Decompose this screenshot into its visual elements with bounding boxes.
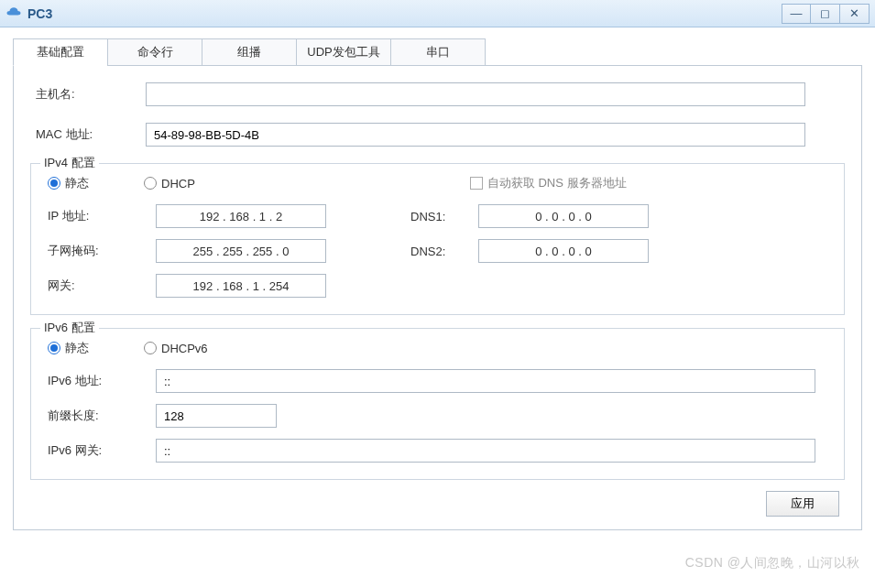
ipv4-dhcp-radio-input[interactable]: [144, 177, 157, 190]
ipv4-fieldset: IPv4 配置 静态 DHCP 自动获取 DNS 服务器地址 IP 地址: 19…: [30, 163, 845, 315]
ipv6-dhcp-label: DHCPv6: [161, 342, 208, 355]
basic-config-panel: 主机名: MAC 地址: IPv4 配置 静态 DHCP 自动获取 DN: [13, 65, 862, 530]
dns2-input[interactable]: 0 . 0 . 0 . 0: [478, 239, 649, 263]
close-button[interactable]: ✕: [840, 4, 870, 24]
tab-basic-config[interactable]: 基础配置: [13, 38, 108, 66]
footer: 应用: [30, 480, 845, 517]
ipv4-legend: IPv4 配置: [40, 155, 99, 171]
ipv6-prefix-input[interactable]: [156, 404, 277, 428]
ipv6-gateway-row: IPv6 网关:: [42, 439, 833, 463]
hostname-input[interactable]: [146, 82, 805, 106]
titlebar: PC3 — ◻ ✕: [0, 0, 875, 27]
ipv4-mode-row: 静态 DHCP 自动获取 DNS 服务器地址: [42, 175, 833, 191]
dns2-label: DNS2:: [410, 245, 478, 258]
app-icon: [5, 5, 22, 22]
hostname-row: 主机名:: [30, 82, 845, 106]
gateway-row: 网关: 192 . 168 . 1 . 254: [42, 274, 833, 298]
tabs: 基础配置 命令行 组播 UDP发包工具 串口: [13, 38, 862, 66]
ipv4-dhcp-radio[interactable]: DHCP: [144, 177, 195, 191]
gateway-input[interactable]: 192 . 168 . 1 . 254: [156, 274, 326, 298]
auto-dns-label: 自动获取 DNS 服务器地址: [487, 175, 627, 191]
gateway-label: 网关:: [48, 278, 156, 294]
subnet-mask-label: 子网掩码:: [48, 243, 156, 259]
apply-button[interactable]: 应用: [766, 491, 839, 517]
subnet-mask-row: 子网掩码: 255 . 255 . 255 . 0 DNS2: 0 . 0 . …: [42, 239, 833, 263]
ipv6-dhcp-radio[interactable]: DHCPv6: [144, 342, 208, 355]
dns1-label: DNS1:: [410, 210, 478, 223]
ipv6-address-row: IPv6 地址:: [42, 369, 833, 393]
ipv4-static-label: 静态: [65, 175, 89, 191]
ipv6-static-radio[interactable]: 静态: [48, 340, 89, 356]
mac-input[interactable]: [146, 123, 805, 147]
ip-address-input[interactable]: 192 . 168 . 1 . 2: [156, 204, 326, 228]
ipv6-dhcp-radio-input[interactable]: [144, 342, 157, 354]
ipv6-static-radio-input[interactable]: [48, 342, 60, 354]
ipv6-gateway-label: IPv6 网关:: [48, 442, 156, 459]
subnet-mask-input[interactable]: 255 . 255 . 255 . 0: [156, 239, 326, 263]
dns1-input[interactable]: 0 . 0 . 0 . 0: [478, 204, 649, 228]
tab-serial[interactable]: 串口: [390, 38, 486, 66]
mac-row: MAC 地址:: [30, 123, 845, 147]
ipv4-static-radio-input[interactable]: [48, 177, 60, 190]
ip-address-row: IP 地址: 192 . 168 . 1 . 2 DNS1: 0 . 0 . 0…: [42, 204, 833, 228]
auto-dns-checkbox[interactable]: 自动获取 DNS 服务器地址: [470, 175, 627, 191]
ipv6-address-input[interactable]: [156, 369, 815, 393]
ipv6-legend: IPv6 配置: [40, 320, 99, 336]
auto-dns-checkbox-input[interactable]: [470, 177, 483, 190]
ipv4-static-radio[interactable]: 静态: [48, 175, 89, 191]
tab-cli[interactable]: 命令行: [107, 38, 202, 66]
ipv6-prefix-row: 前缀长度:: [42, 404, 833, 428]
ipv4-dhcp-label: DHCP: [161, 177, 195, 191]
watermark: CSDN @人间忽晚，山河以秋: [685, 555, 860, 572]
ipv6-mode-row: 静态 DHCPv6: [42, 340, 833, 356]
ipv6-fieldset: IPv6 配置 静态 DHCPv6 IPv6 地址: 前缀长度:: [30, 328, 845, 480]
ipv6-prefix-label: 前缀长度:: [48, 408, 156, 424]
ipv6-gateway-input[interactable]: [156, 439, 815, 463]
tab-multicast[interactable]: 组播: [202, 38, 297, 66]
window-title: PC3: [27, 6, 782, 21]
maximize-button[interactable]: ◻: [811, 4, 840, 24]
window-buttons: — ◻ ✕: [782, 4, 870, 24]
mac-label: MAC 地址:: [30, 126, 146, 143]
content-area: 基础配置 命令行 组播 UDP发包工具 串口 主机名: MAC 地址: IPv4…: [0, 27, 875, 530]
hostname-label: 主机名:: [30, 86, 146, 103]
ipv6-static-label: 静态: [65, 340, 89, 356]
tab-udp-tool[interactable]: UDP发包工具: [296, 38, 391, 66]
minimize-button[interactable]: —: [782, 4, 811, 24]
ipv6-address-label: IPv6 地址:: [48, 373, 156, 389]
ip-address-label: IP 地址:: [48, 208, 156, 224]
